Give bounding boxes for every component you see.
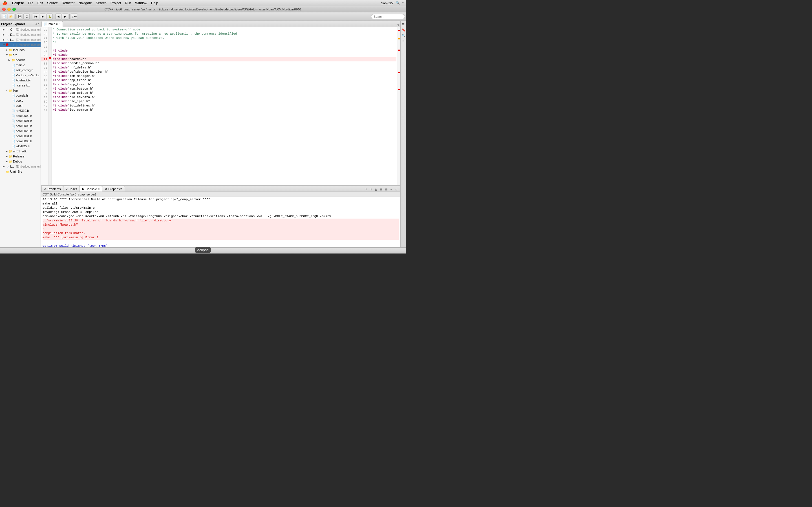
toolbar-run[interactable]: ▶ — [40, 13, 46, 20]
tree-item-vectors_nrf51_c[interactable]: 📄Vectors_nRF51.c — [0, 73, 41, 78]
console-line-11: 08:13:06 Build Finished (took 57ms) — [43, 244, 399, 247]
menu-run[interactable]: Run — [125, 1, 131, 5]
tree-item-abstract_txt[interactable]: 📄Abstract.txt — [0, 78, 41, 83]
code-line-27: #include — [53, 49, 396, 53]
tree-item-license_txt[interactable]: 📄license.txt — [0, 83, 41, 88]
menu-bar: 🍎 Eclipse File Edit Source Refactor Navi… — [0, 0, 406, 6]
menu-help[interactable]: Help — [151, 1, 158, 5]
tree-item-wt51822_h[interactable]: 📄wt51822.h — [0, 144, 41, 149]
console-maximize[interactable]: □ — [394, 187, 399, 191]
tree-item-uart_ble[interactable]: 📁Uart_Ble — [0, 169, 41, 174]
console-tab-close[interactable]: × — [98, 187, 100, 190]
tree-item-pca10001_h[interactable]: 📄pca10001.h — [0, 118, 41, 123]
sidebar-maximize[interactable]: □ — [35, 22, 37, 25]
menubar-search-icon[interactable]: 🔍 — [396, 1, 400, 5]
code-line-28: #include — [53, 53, 396, 57]
editor-tab-close[interactable]: × — [59, 22, 60, 25]
console-scroll-up[interactable]: ⬆ — [369, 187, 373, 191]
tree-item-bsp_h[interactable]: 📄bsp.h — [0, 103, 41, 108]
console-header-bar: CDT Build Console [ipv6_coap_server] — [41, 192, 400, 197]
menu-refactor[interactable]: Refactor — [62, 1, 74, 5]
console-tab-console[interactable]: ▶ Console × — [80, 186, 102, 191]
console-tab-properties[interactable]: ⚙ Properties — [102, 186, 125, 191]
close-button[interactable] — [2, 8, 6, 11]
code-editor[interactable]: 2223242526272829303132333435363738394041… — [41, 27, 400, 185]
tree-item-includes[interactable]: ▶📁Includes — [0, 47, 41, 52]
line-number-24: 24 — [41, 36, 49, 40]
editor-tab-maximize-icon[interactable]: □ — [397, 24, 399, 27]
code-area[interactable]: * Connection created go back to system-o… — [52, 27, 398, 185]
toolbar-back[interactable]: ◀ — [55, 13, 61, 20]
tree-item-sdk_config_h[interactable]: 📄sdk_config.h — [0, 68, 41, 73]
project-icon: ◇ — [6, 27, 10, 32]
toolbar-build[interactable]: ⚙▶ — [32, 13, 39, 20]
tree-item-ehal[interactable]: ▶◇EHAL[Embedded master] — [0, 32, 41, 37]
fr-outline-icon[interactable]: ≡ — [401, 39, 406, 43]
menu-file[interactable]: File — [28, 1, 33, 5]
toolbar-save[interactable]: 💾 — [17, 13, 23, 20]
tree-item-bsp_c[interactable]: 📄bsp.c — [0, 98, 41, 103]
toolbar-search-input[interactable] — [371, 14, 405, 19]
menu-eclipse[interactable]: Eclipse — [12, 1, 24, 5]
file-icon: 📄 — [11, 68, 15, 72]
tree-item-nrf6310_h[interactable]: 📄nrf6310.h — [0, 108, 41, 113]
tree-item-label: Includes — [13, 48, 24, 52]
sidebar-minimize[interactable]: − — [32, 22, 34, 25]
menu-window[interactable]: Window — [135, 1, 147, 5]
tree-item-pca10028_h[interactable]: 📄pca10028.h — [0, 128, 41, 133]
tree-item-pca10003_h[interactable]: 📄pca10003.h — [0, 123, 41, 128]
tree-item-nrf51_sdk[interactable]: ▶📁nrf51_sdk — [0, 149, 41, 154]
code-line-39: #include "ble_ipsp.h" — [53, 100, 396, 104]
right-gutter-error2 — [398, 50, 400, 51]
tree-item-boards[interactable]: ▶📁boards — [0, 57, 41, 62]
tree-item-release[interactable]: ▶📁Release — [0, 154, 41, 159]
tree-item-main_c[interactable]: 📄main.c — [0, 62, 41, 68]
tree-item-ipv6_coap_client[interactable]: ▼●◇ipv6_coap_client[Embedded master] — [0, 42, 41, 47]
console-minimize[interactable]: − — [389, 187, 394, 191]
tree-item-label: Vectors_nRF51.c — [16, 73, 40, 77]
tree-item-ideeferemotectrlwl[interactable]: ▶◇IdeefeRemoteCtrlWL[Embedded master] — [0, 37, 41, 42]
toolbar-forward[interactable]: ▶ — [62, 13, 68, 20]
console-scroll-lock[interactable]: ⬇ — [364, 187, 368, 191]
project-icon: ◇ — [6, 38, 10, 42]
menu-search[interactable]: Search — [96, 1, 107, 5]
toolbar-open[interactable]: 📂 — [8, 13, 14, 20]
maximize-button[interactable] — [12, 8, 16, 11]
menubar-menu-icon[interactable]: ≡ — [402, 1, 404, 5]
folder-icon: 📁 — [8, 89, 12, 93]
console-line-1: make all — [43, 202, 399, 206]
fr-bookmark-icon[interactable]: 🔖 — [401, 27, 406, 32]
toolbar-new[interactable]: 📄 — [1, 13, 7, 20]
console-grid[interactable]: ⊞ — [379, 187, 384, 191]
tree-item-cmsis[interactable]: ▶◇CMSIS[Embedded master] — [0, 27, 41, 32]
toolbar-perspective-cpp[interactable]: C++ — [71, 13, 78, 20]
tree-item-pca10000_h[interactable]: 📄pca10000.h — [0, 113, 41, 118]
console-clear[interactable]: 🗑 — [374, 187, 378, 191]
editor-tab-minimize-icon[interactable]: − — [395, 24, 396, 27]
toolbar-print[interactable]: 🖨 — [23, 13, 30, 20]
toolbar-debug[interactable]: 🐛 — [47, 13, 53, 20]
fr-tasks-icon[interactable]: ☰ — [401, 22, 406, 26]
console-split[interactable]: ⊟ — [384, 187, 389, 191]
apple-menu[interactable]: 🍎 — [2, 1, 7, 5]
menu-edit[interactable]: Edit — [37, 1, 43, 5]
console-tab-problems[interactable]: ⚠ Problems — [42, 186, 63, 191]
menu-source[interactable]: Source — [47, 1, 58, 5]
folder-icon: 📁 — [11, 58, 15, 62]
menu-navigate[interactable]: Navigate — [79, 1, 92, 5]
tree-item-pca10031_h[interactable]: 📄pca10031.h — [0, 133, 41, 138]
tree-item-bsp[interactable]: ▼📁bsp — [0, 88, 41, 93]
tree-item-ipv6_coap_server[interactable]: ▶◇ipv6_coap_server[Embedded master] — [0, 164, 41, 169]
menu-project[interactable]: Project — [110, 1, 121, 5]
minimize-button[interactable] — [7, 8, 11, 11]
sidebar-close[interactable]: × — [38, 22, 40, 25]
editor-tab-main-c[interactable]: 📄 main.c × — [42, 21, 63, 27]
tree-item-pca20006_h[interactable]: 📄pca20006.h — [0, 138, 41, 144]
console-tab-tasks[interactable]: ✓ Tasks — [63, 186, 80, 191]
fr-search-icon[interactable]: 🔍 — [401, 33, 406, 38]
tree-item-boards_h[interactable]: 📄boards.h — [0, 93, 41, 98]
tree-item-src[interactable]: ▼📁src — [0, 52, 41, 57]
console-line-0: 08:13:06 **** Incremental Build of confi… — [43, 198, 399, 202]
line-number-40: 40 — [41, 104, 49, 108]
tree-item-debug[interactable]: ▶📁Debug — [0, 159, 41, 164]
